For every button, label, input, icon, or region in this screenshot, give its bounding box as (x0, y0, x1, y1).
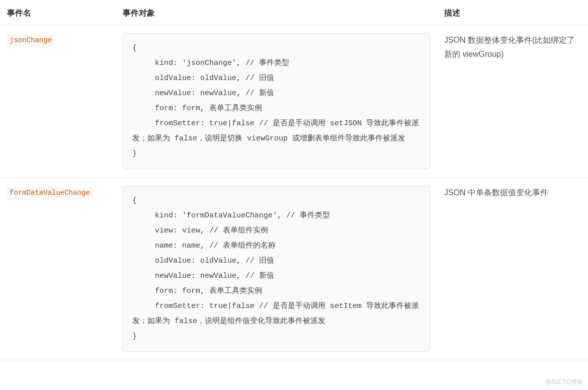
event-object-code: { kind: 'formDataValueChange', // 事件类型 v… (123, 186, 430, 352)
event-description: JSON 数据整体变化事件(比如绑定了新的 viewGroup) (444, 33, 581, 61)
events-table: 事件名 事件对象 描述 jsonChange { kind: 'jsonChan… (0, 0, 588, 360)
header-event-object: 事件对象 (116, 0, 437, 25)
table-row: jsonChange { kind: 'jsonChange', // 事件类型… (0, 25, 588, 178)
header-event-name: 事件名 (0, 0, 116, 25)
event-description: JSON 中单条数据值变化事件 (444, 186, 581, 200)
event-name-code: formDataValueChange (7, 187, 93, 200)
event-object-code: { kind: 'jsonChange', // 事件类型 oldValue: … (123, 33, 430, 169)
header-description: 描述 (437, 0, 588, 25)
table-row: formDataValueChange { kind: 'formDataVal… (0, 178, 588, 360)
table-header-row: 事件名 事件对象 描述 (0, 0, 588, 25)
event-name-code: jsonChange (7, 34, 54, 47)
